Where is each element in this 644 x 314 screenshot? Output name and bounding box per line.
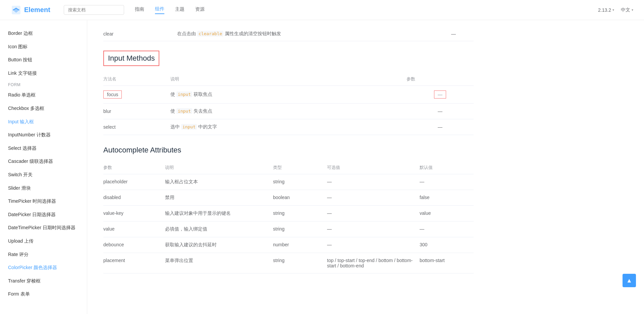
attr-default-disabled: false [420, 190, 474, 206]
focus-desc: 使 input 获取焦点 [170, 86, 407, 104]
attr-desc-disabled: 禁用 [165, 190, 273, 206]
sidebar-item-timepicker[interactable]: TimePicker 时间选择器 [0, 195, 87, 208]
header-right: 2.13.2 ▾ 中文 ▾ [598, 7, 633, 13]
input-methods-title: Input Methods [103, 51, 159, 66]
sidebar-group-form: Form [0, 80, 87, 88]
attr-param-placeholder: placeholder [103, 174, 165, 190]
sidebar-item-input[interactable]: Input 输入框 [0, 115, 87, 129]
select-desc: 选中 input 中的文字 [170, 119, 407, 135]
autocomplete-row-placement: placement 菜单弹出位置 string top / top-start … [103, 253, 474, 273]
clear-event-row: clear 在点击由 clearable 属性生成的清空按钮时触发 — [103, 27, 474, 41]
nav-guide[interactable]: 指南 [135, 6, 144, 14]
autocomplete-title: Autocomplete Attributes [103, 146, 474, 154]
sidebar-item-icon[interactable]: Icon 图标 [0, 40, 87, 54]
element-logo-icon [11, 5, 21, 15]
sidebar: Border 边框 Icon 图标 Button 按钮 Link 文字链接 Fo… [0, 20, 87, 314]
attr-options-valuekey: — [327, 206, 420, 222]
sidebar-item-datepicker[interactable]: DatePicker 日期选择器 [0, 208, 87, 222]
sidebar-item-button[interactable]: Button 按钮 [0, 53, 87, 67]
attr-type-placeholder: string [273, 174, 327, 190]
sidebar-item-rate[interactable]: Rate 评分 [0, 248, 87, 261]
attr-default-valuekey: value [420, 206, 474, 222]
methods-col-desc: 说明 [170, 73, 407, 86]
blur-params: — [407, 104, 474, 119]
clear-event-name: clear [103, 31, 177, 37]
attr-type-valuekey: string [273, 206, 327, 222]
attr-default-debounce: 300 [420, 237, 474, 253]
search-input[interactable] [64, 5, 124, 15]
sidebar-item-inputnumber[interactable]: InputNumber 计数器 [0, 128, 87, 142]
clear-desc-suffix: 属性生成的清空按钮时触发 [225, 31, 281, 36]
attr-type-disabled: boolean [273, 190, 327, 206]
logo-text: Element [24, 6, 50, 14]
sidebar-item-border[interactable]: Border 边框 [0, 27, 87, 40]
sidebar-item-checkbox[interactable]: Checkbox 多选框 [0, 102, 87, 115]
method-name-focus: focus [103, 86, 170, 104]
attr-type-debounce: number [273, 237, 327, 253]
autocomplete-row-valuekey: value-key 输入建议对象中用于显示的键名 string — value [103, 206, 474, 222]
version-chevron-icon: ▾ [612, 8, 614, 12]
language-selector[interactable]: 中文 ▾ [621, 7, 633, 13]
attr-type-placement: string [273, 253, 327, 273]
focus-bordered-label: focus [103, 90, 122, 99]
scroll-to-top-button[interactable]: ▲ [623, 274, 636, 287]
attr-default-value: — [420, 222, 474, 237]
version-selector[interactable]: 2.13.2 ▾ [598, 7, 614, 13]
autocomplete-col-default: 默认值 [420, 161, 474, 174]
focus-params-bordered: — [434, 90, 446, 99]
sidebar-item-switch[interactable]: Switch 开关 [0, 168, 87, 182]
nav-components[interactable]: 组件 [155, 6, 164, 14]
attr-options-value: — [327, 222, 420, 237]
autocomplete-col-desc: 说明 [165, 161, 273, 174]
autocomplete-row-value: value 必填值，输入绑定值 string — — [103, 222, 474, 237]
language-chevron-icon: ▾ [632, 8, 633, 12]
language-text: 中文 [621, 7, 630, 13]
autocomplete-row-placeholder: placeholder 输入框占位文本 string — — [103, 174, 474, 190]
version-text: 2.13.2 [598, 7, 611, 13]
attr-options-placement: top / top-start / top-end / bottom / bot… [327, 253, 420, 273]
autocomplete-row-debounce: debounce 获取输入建议的去抖延时 number — 300 [103, 237, 474, 253]
autocomplete-table: 参数 说明 类型 可选值 默认值 placeholder 输入框占位文本 str… [103, 161, 474, 273]
method-name-blur: blur [103, 104, 170, 119]
method-row-focus: focus 使 input 获取焦点 — [103, 86, 474, 104]
autocomplete-col-options: 可选值 [327, 161, 420, 174]
autocomplete-row-disabled: disabled 禁用 boolean — false [103, 190, 474, 206]
logo[interactable]: Element [11, 5, 50, 15]
attr-type-value: string [273, 222, 327, 237]
sidebar-item-link[interactable]: Link 文字链接 [0, 67, 87, 80]
clear-desc-prefix: 在点击由 [177, 31, 196, 36]
input-methods-table: 方法名 说明 参数 focus 使 input 获取焦点 — [103, 73, 474, 135]
attr-param-disabled: disabled [103, 190, 165, 206]
sidebar-item-cascader[interactable]: Cascader 级联选择器 [0, 155, 87, 168]
focus-params: — [407, 86, 474, 104]
attr-default-placeholder: — [420, 174, 474, 190]
sidebar-item-form[interactable]: Form 表单 [0, 288, 87, 301]
attr-desc-valuekey: 输入建议对象中用于显示的键名 [165, 206, 273, 222]
blur-desc: 使 input 失去焦点 [170, 104, 407, 119]
method-row-blur: blur 使 input 失去焦点 — [103, 104, 474, 119]
blur-desc-code: input [176, 108, 192, 114]
sidebar-item-slider[interactable]: Slider 滑块 [0, 182, 87, 195]
nav-resources[interactable]: 资源 [195, 6, 205, 14]
sidebar-item-radio[interactable]: Radio 单选框 [0, 88, 87, 102]
attr-param-valuekey: value-key [103, 206, 165, 222]
focus-desc-code: input [176, 91, 192, 97]
attr-desc-placeholder: 输入框占位文本 [165, 174, 273, 190]
main-content: clear 在点击由 clearable 属性生成的清空按钮时触发 — Inpu… [87, 20, 490, 314]
attr-param-value: value [103, 222, 165, 237]
sidebar-item-colorpicker[interactable]: ColorPicker 颜色选择器 [0, 261, 87, 274]
method-row-select: select 选中 input 中的文字 — [103, 119, 474, 135]
sidebar-item-select[interactable]: Select 选择器 [0, 142, 87, 155]
sidebar-item-datetimepicker[interactable]: DateTimePicker 日期时间选择器 [0, 221, 87, 235]
attr-desc-placement: 菜单弹出位置 [165, 253, 273, 273]
page-layout: Border 边框 Icon 图标 Button 按钮 Link 文字链接 Fo… [0, 20, 644, 314]
select-desc-code: input [181, 124, 197, 130]
methods-col-method: 方法名 [103, 73, 170, 86]
attr-desc-value: 必填值，输入绑定值 [165, 222, 273, 237]
autocomplete-col-type: 类型 [273, 161, 327, 174]
nav-theme[interactable]: 主题 [175, 6, 184, 14]
attr-desc-debounce: 获取输入建议的去抖延时 [165, 237, 273, 253]
attr-options-debounce: — [327, 237, 420, 253]
sidebar-item-upload[interactable]: Upload 上传 [0, 235, 87, 248]
sidebar-item-transfer[interactable]: Transfer 穿梭框 [0, 274, 87, 288]
